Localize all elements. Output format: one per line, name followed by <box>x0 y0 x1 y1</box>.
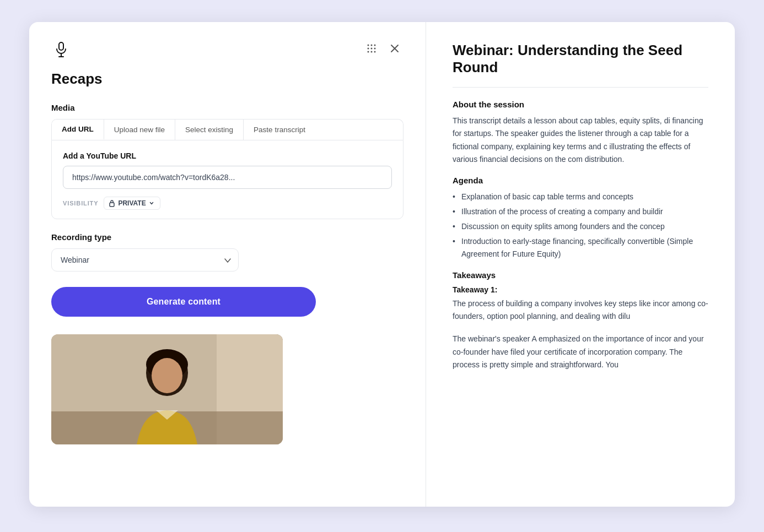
grid-icon[interactable] <box>363 40 380 57</box>
media-tabs: Add URL Upload new file Select existing … <box>51 119 403 140</box>
panel-title: Recaps <box>51 70 403 88</box>
private-badge[interactable]: PRIVATE <box>104 197 160 210</box>
top-right-icons <box>363 40 403 57</box>
tab-upload-new[interactable]: Upload new file <box>104 120 175 140</box>
video-thumbnail <box>51 334 283 444</box>
private-label: PRIVATE <box>118 199 146 207</box>
mic-icon <box>51 40 71 59</box>
media-section-label: Media <box>51 103 403 112</box>
tab-select-existing[interactable]: Select existing <box>175 120 244 140</box>
recording-type-label: Recording type <box>51 232 403 242</box>
takeaway1-text: The process of building a company involv… <box>453 297 708 323</box>
url-input[interactable] <box>63 166 392 189</box>
svg-point-10 <box>371 51 373 53</box>
right-panel: Webinar: Understanding the Seed Round Ab… <box>426 22 735 507</box>
visibility-label: VISIBILITY <box>63 200 98 207</box>
about-heading: About the session <box>453 100 708 109</box>
svg-point-9 <box>368 51 369 53</box>
agenda-item-1: Explanation of basic cap table terms and… <box>453 191 708 203</box>
agenda-item-3: Discussion on equity splits among founde… <box>453 220 708 233</box>
close-icon[interactable] <box>386 40 403 57</box>
takeaways-section: Takeaways Takeaway 1: The process of bui… <box>453 270 708 371</box>
recording-section: Recording type Webinar Meeting Lecture I… <box>51 232 403 272</box>
media-section: Media Add URL Upload new file Select exi… <box>51 103 403 232</box>
recording-type-select[interactable]: Webinar Meeting Lecture Interview Podcas… <box>51 248 239 272</box>
svg-point-6 <box>368 48 369 50</box>
agenda-heading: Agenda <box>453 176 708 185</box>
divider <box>453 87 708 88</box>
svg-point-11 <box>374 51 376 53</box>
about-section: About the session This transcript detail… <box>453 100 708 165</box>
agenda-item-2: Illustration of the process of creating … <box>453 205 708 218</box>
left-panel: Recaps Media Add URL Upload new file Sel… <box>29 22 426 507</box>
tab-paste-transcript[interactable]: Paste transcript <box>244 120 315 140</box>
takeaway2-text: The webinar's speaker A emphasized on th… <box>453 333 708 371</box>
agenda-list: Explanation of basic cap table terms and… <box>453 191 708 260</box>
takeaway1-label: Takeaway 1: <box>453 285 708 294</box>
svg-point-3 <box>368 45 369 46</box>
content-title: Webinar: Understanding the Seed Round <box>453 42 708 76</box>
svg-point-20 <box>152 358 182 393</box>
video-thumbnail-bg <box>51 334 283 444</box>
svg-point-7 <box>371 48 373 50</box>
top-bar <box>51 40 403 59</box>
tab-add-url[interactable]: Add URL <box>52 120 104 140</box>
svg-rect-14 <box>110 203 114 207</box>
svg-point-4 <box>371 45 373 46</box>
generate-content-button[interactable]: Generate content <box>51 287 316 317</box>
svg-rect-0 <box>59 42 63 50</box>
url-section-label: Add a YouTube URL <box>63 151 392 160</box>
svg-point-5 <box>374 45 376 46</box>
svg-point-8 <box>374 48 376 50</box>
visibility-row: VISIBILITY PRIVATE <box>63 197 392 210</box>
dropdown-wrapper: Webinar Meeting Lecture Interview Podcas… <box>51 248 239 272</box>
media-content-box: Add a YouTube URL VISIBILITY PRIVATE <box>51 140 403 219</box>
agenda-item-4: Introduction to early-stage financing, s… <box>453 235 708 260</box>
about-text: This transcript details a lesson about c… <box>453 115 708 165</box>
agenda-section: Agenda Explanation of basic cap table te… <box>453 176 708 260</box>
takeaways-heading: Takeaways <box>453 270 708 280</box>
